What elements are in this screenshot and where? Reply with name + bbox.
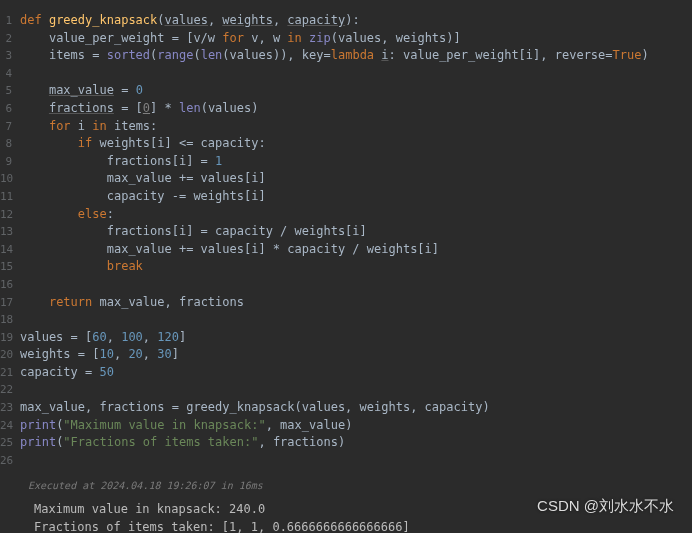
code-content[interactable]: max_value += values[i]	[20, 170, 692, 188]
code-line[interactable]: 23max_value, fractions = greedy_knapsack…	[0, 399, 692, 417]
code-content[interactable]: capacity -= weights[i]	[20, 188, 692, 206]
line-number: 12	[0, 206, 20, 224]
code-line[interactable]: 20weights = [10, 20, 30]	[0, 346, 692, 364]
code-line[interactable]: 22	[0, 381, 692, 399]
code-content[interactable]: values = [60, 100, 120]	[20, 329, 692, 347]
code-content[interactable]: for i in items:	[20, 118, 692, 136]
code-line[interactable]: 11 capacity -= weights[i]	[0, 188, 692, 206]
line-number: 14	[0, 241, 20, 259]
code-line[interactable]: 21capacity = 50	[0, 364, 692, 382]
line-number: 11	[0, 188, 20, 206]
code-content[interactable]: fractions[i] = 1	[20, 153, 692, 171]
line-number: 9	[0, 153, 20, 171]
line-number: 22	[0, 381, 20, 399]
line-number: 21	[0, 364, 20, 382]
line-number: 20	[0, 346, 20, 364]
code-content[interactable]: max_value += values[i] * capacity / weig…	[20, 241, 692, 259]
code-line[interactable]: 7 for i in items:	[0, 118, 692, 136]
line-number: 15	[0, 258, 20, 276]
code-line[interactable]: 26	[0, 452, 692, 470]
line-number: 19	[0, 329, 20, 347]
code-content[interactable]: def greedy_knapsack(values, weights, cap…	[20, 12, 692, 30]
line-number: 18	[0, 311, 20, 329]
code-content[interactable]	[20, 381, 692, 399]
line-number: 23	[0, 399, 20, 417]
code-line[interactable]: 17 return max_value, fractions	[0, 294, 692, 312]
code-content[interactable]: fractions = [0] * len(values)	[20, 100, 692, 118]
line-number: 1	[0, 12, 20, 30]
code-content[interactable]: if weights[i] <= capacity:	[20, 135, 692, 153]
code-line[interactable]: 16	[0, 276, 692, 294]
line-number: 5	[0, 82, 20, 100]
line-number: 13	[0, 223, 20, 241]
code-line[interactable]: 9 fractions[i] = 1	[0, 153, 692, 171]
line-number: 6	[0, 100, 20, 118]
line-number: 25	[0, 434, 20, 452]
code-line[interactable]: 18	[0, 311, 692, 329]
code-line[interactable]: 4	[0, 65, 692, 83]
line-number: 24	[0, 417, 20, 435]
code-line[interactable]: 6 fractions = [0] * len(values)	[0, 100, 692, 118]
line-number: 17	[0, 294, 20, 312]
code-content[interactable]: fractions[i] = capacity / weights[i]	[20, 223, 692, 241]
code-content[interactable]: print("Fractions of items taken:", fract…	[20, 434, 692, 452]
code-content[interactable]	[20, 452, 692, 470]
code-line[interactable]: 13 fractions[i] = capacity / weights[i]	[0, 223, 692, 241]
code-content[interactable]	[20, 276, 692, 294]
line-number: 3	[0, 47, 20, 65]
code-content[interactable]: weights = [10, 20, 30]	[20, 346, 692, 364]
code-line[interactable]: 3 items = sorted(range(len(values)), key…	[0, 47, 692, 65]
line-number: 8	[0, 135, 20, 153]
code-line[interactable]: 1def greedy_knapsack(values, weights, ca…	[0, 12, 692, 30]
output-line: Fractions of items taken: [1, 1, 0.66666…	[34, 519, 692, 533]
code-content[interactable]	[20, 311, 692, 329]
code-content[interactable]: else:	[20, 206, 692, 224]
code-content[interactable]: items = sorted(range(len(values)), key=l…	[20, 47, 692, 65]
code-line[interactable]: 24print("Maximum value in knapsack:", ma…	[0, 417, 692, 435]
code-line[interactable]: 5 max_value = 0	[0, 82, 692, 100]
code-line[interactable]: 14 max_value += values[i] * capacity / w…	[0, 241, 692, 259]
code-line[interactable]: 15 break	[0, 258, 692, 276]
line-number: 10	[0, 170, 20, 188]
line-number: 7	[0, 118, 20, 136]
code-content[interactable]: max_value, fractions = greedy_knapsack(v…	[20, 399, 692, 417]
code-line[interactable]: 2 value_per_weight = [v/w for v, w in zi…	[0, 30, 692, 48]
code-line[interactable]: 10 max_value += values[i]	[0, 170, 692, 188]
line-number: 16	[0, 276, 20, 294]
code-line[interactable]: 12 else:	[0, 206, 692, 224]
code-line[interactable]: 8 if weights[i] <= capacity:	[0, 135, 692, 153]
code-content[interactable]: capacity = 50	[20, 364, 692, 382]
code-content[interactable]: return max_value, fractions	[20, 294, 692, 312]
code-line[interactable]: 19values = [60, 100, 120]	[0, 329, 692, 347]
code-content[interactable]	[20, 65, 692, 83]
code-line[interactable]: 25print("Fractions of items taken:", fra…	[0, 434, 692, 452]
line-number: 4	[0, 65, 20, 83]
code-content[interactable]: max_value = 0	[20, 82, 692, 100]
line-number: 2	[0, 30, 20, 48]
code-content[interactable]: value_per_weight = [v/w for v, w in zip(…	[20, 30, 692, 48]
code-editor[interactable]: 1def greedy_knapsack(values, weights, ca…	[0, 0, 692, 469]
code-content[interactable]: print("Maximum value in knapsack:", max_…	[20, 417, 692, 435]
watermark: CSDN @刘水水不水	[537, 497, 674, 515]
code-content[interactable]: break	[20, 258, 692, 276]
line-number: 26	[0, 452, 20, 470]
